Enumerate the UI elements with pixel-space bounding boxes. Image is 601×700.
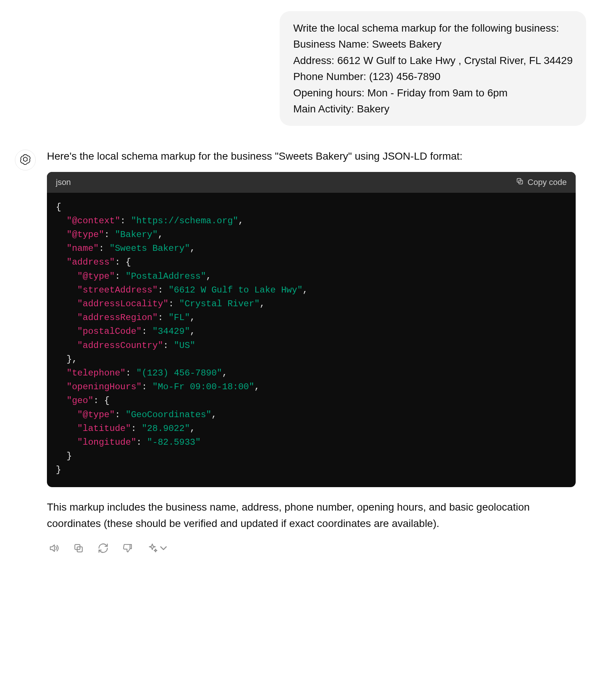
code-token-punc: , [254,382,260,392]
code-token-punc: , [212,410,217,420]
code-token-str: "6612 W Gulf to Lake Hwy" [168,285,302,295]
code-token-punc: } [56,465,61,475]
user-message-line: Write the local schema markup for the fo… [293,20,573,36]
code-token-str: "34429" [152,326,190,336]
copy-message-button[interactable] [71,541,86,556]
code-token-colon: : [131,423,142,434]
user-message-row: Write the local schema markup for the fo… [15,11,586,126]
sparkle-icon [147,543,158,555]
code-token-key: "streetAddress" [77,285,158,295]
thumbs-down-icon [122,543,133,555]
message-actions [47,539,576,559]
code-token-key: "addressRegion" [77,313,158,323]
code-block: json Copy code { "@context": "https://sc… [47,172,576,488]
code-body[interactable]: { "@context": "https://schema.org", "@ty… [47,193,576,488]
code-token-str: "28.9022" [141,423,190,434]
read-aloud-button[interactable] [47,541,61,556]
speaker-icon [48,543,60,555]
code-token-colon: : [141,326,152,336]
code-token-colon: : [115,410,125,420]
code-token-str: "FL" [168,313,190,323]
code-token-colon: : [104,230,115,240]
code-token-punc: , [260,299,265,309]
copy-icon [73,543,84,555]
chat-page: Write the local schema markup for the fo… [0,0,601,581]
code-token-str: "https://schema.org" [131,216,238,226]
code-token-key: "latitude" [77,423,131,434]
code-token-key: "longitude" [77,437,136,447]
code-token-colon: : [120,216,131,226]
assistant-content: Here's the local schema markup for the b… [47,148,576,559]
code-token-colon: : [141,382,152,392]
code-token-colon: : [158,313,169,323]
assistant-outro-text: This markup includes the business name, … [47,499,576,531]
code-token-key: "telephone" [67,368,125,378]
code-token-str: "Mo-Fr 09:00-18:00" [152,382,254,392]
code-token-punc: , [190,313,195,323]
code-token-key: "@type" [77,410,115,420]
code-token-key: "addressLocality" [77,299,169,309]
code-block-header: json Copy code [47,172,576,193]
code-token-colon: : [99,243,109,253]
code-token-key: "name" [67,243,99,253]
code-token-str: "Sweets Bakery" [109,243,190,253]
code-token-key: "@type" [77,271,115,281]
code-token-colon: : [163,341,174,351]
user-message-line: Phone Number: (123) 456-7890 [293,68,573,84]
code-token-str: "(123) 456-7890" [136,368,222,378]
code-token-punc: { [125,257,131,267]
code-token-str: "GeoCoordinates" [125,410,211,420]
code-token-punc: , [190,326,195,336]
user-message-line: Business Name: Sweets Bakery [293,36,573,52]
code-token-punc: { [56,202,61,212]
assistant-message-row: Here's the local schema markup for the b… [15,148,586,559]
copy-icon [516,177,524,188]
code-token-str: "Bakery" [115,230,158,240]
code-token-punc: , [206,271,211,281]
code-token-punc: , [190,243,195,253]
code-token-colon: : [168,299,179,309]
code-token-colon: : [115,271,125,281]
code-token-punc: }, [67,354,77,364]
code-token-key: "@type" [67,230,104,240]
openai-logo-icon [19,153,31,167]
assistant-intro-text: Here's the local schema markup for the b… [47,148,576,164]
code-token-punc: , [158,230,163,240]
code-token-punc: } [67,451,72,461]
code-token-key: "address" [67,257,115,267]
code-token-key: "geo" [67,396,93,406]
refresh-icon [98,543,109,555]
bad-response-button[interactable] [121,541,135,556]
user-message-line: Address: 6612 W Gulf to Lake Hwy , Cryst… [293,52,573,68]
code-token-punc: , [303,285,308,295]
code-token-colon: : [93,396,104,406]
code-token-key: "openingHours" [67,382,142,392]
code-token-punc: , [238,216,244,226]
copy-code-label: Copy code [528,178,567,187]
user-message-bubble: Write the local schema markup for the fo… [280,11,586,126]
code-token-str: "-82.5933" [147,437,201,447]
user-message-line: Main Activity: Bakery [293,101,573,117]
code-token-punc: , [190,423,195,434]
code-token-punc: { [104,396,109,406]
code-token-colon: : [136,437,147,447]
code-token-key: "addressCountry" [77,341,163,351]
code-token-str: "PostalAddress" [125,271,206,281]
chevron-down-icon [158,543,169,555]
code-token-key: "postalCode" [77,326,142,336]
code-token-str: "US" [174,341,195,351]
code-token-str: "Crystal River" [179,299,260,309]
code-token-colon: : [115,257,125,267]
code-token-colon: : [125,368,136,378]
code-token-punc: , [222,368,228,378]
assistant-avatar [15,150,36,170]
code-language-label: json [56,178,71,187]
copy-code-button[interactable]: Copy code [516,177,567,188]
regenerate-button[interactable] [96,541,110,556]
code-token-key: "@context" [67,216,120,226]
user-message-line: Opening hours: Mon - Friday from 9am to … [293,85,573,101]
code-token-colon: : [158,285,169,295]
change-model-button[interactable] [145,541,171,556]
